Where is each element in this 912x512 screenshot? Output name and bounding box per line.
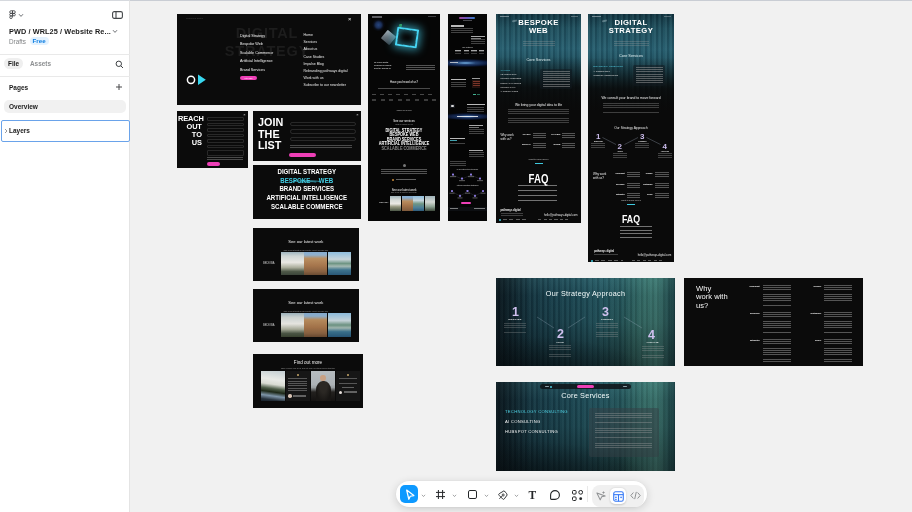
- svg-text:3: 3: [602, 305, 609, 319]
- svg-text:2: 2: [557, 327, 564, 341]
- svg-text:1: 1: [512, 305, 519, 319]
- svg-text:4: 4: [648, 328, 655, 342]
